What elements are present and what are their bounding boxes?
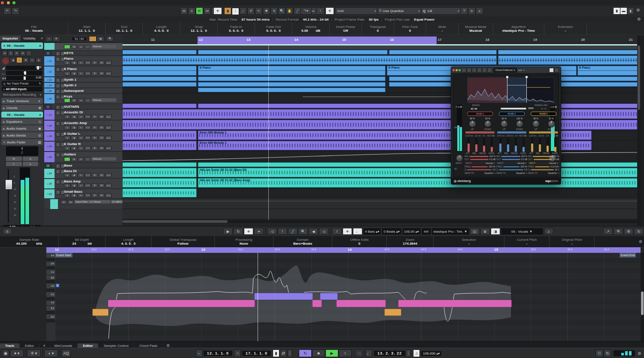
monitor-button[interactable]: ◀: [71, 136, 77, 140]
v-scroll-thumb[interactable]: [638, 46, 640, 110]
audio-event[interactable]: [122, 141, 197, 150]
audio-event[interactable]: [122, 168, 197, 177]
edit-channel-button[interactable]: e: [78, 45, 84, 49]
insert-bypass-button[interactable]: ⊂⊃: [85, 146, 91, 150]
quantize-panel-icon[interactable]: ⊳: [468, 7, 476, 15]
band-slider-drive[interactable]: [515, 137, 517, 152]
mute-tool[interactable]: ✕: [270, 7, 278, 15]
stop-button[interactable]: ■: [312, 349, 325, 357]
monitor-button[interactable]: ◀: [71, 71, 77, 76]
editor-snap-button[interactable]: ⟟: [278, 228, 287, 235]
left-locator-display[interactable]: 12. 1. 1. 0: [203, 350, 233, 356]
info-field[interactable]: Global TransposeFollow: [152, 236, 215, 247]
read-button[interactable]: R: [91, 125, 98, 130]
record-enable-button[interactable]: ●: [64, 183, 70, 188]
write-plugin-icon[interactable]: [477, 68, 482, 73]
volume-slider[interactable]: 0.00: [6, 66, 43, 70]
play-tool[interactable]: ✋: [286, 7, 293, 15]
track-row-e-piano[interactable]: ♪12E Piano●◀e⊂⊃RW▭▭: [44, 67, 122, 77]
write-button[interactable]: W: [98, 146, 105, 150]
row-bar[interactable]: [470, 159, 489, 160]
variaudio-segment[interactable]: [398, 300, 512, 307]
minimize-window-icon[interactable]: [7, 1, 10, 4]
lane-buttons[interactable]: ▭▭: [105, 136, 112, 140]
white-key[interactable]: A3S: [46, 283, 55, 289]
band-slider-att[interactable]: [499, 137, 501, 152]
monitor-button[interactable]: ◀: [71, 125, 77, 130]
read-button[interactable]: R: [91, 193, 98, 197]
read-button[interactable]: R: [91, 173, 98, 177]
record-enable-button[interactable]: ●: [64, 71, 70, 76]
preset-icon[interactable]: [482, 68, 487, 73]
audio-event[interactable]: [198, 82, 386, 87]
editor-audition-loop-button[interactable]: ↻: [234, 228, 243, 235]
info-field[interactable]: Zoom174.3944: [387, 236, 434, 247]
band-slider-drive[interactable]: [547, 137, 549, 152]
write-button[interactable]: W: [71, 98, 77, 103]
inspector-w-button[interactable]: W: [20, 50, 26, 56]
spectrum-display[interactable]: [467, 77, 554, 103]
editor-quantize-note-icon[interactable]: ♩: [353, 228, 362, 235]
write-button[interactable]: W: [67, 200, 74, 204]
freeze-button[interactable]: ○: [85, 98, 91, 103]
audio-quantize-button[interactable]: AQ: [61, 349, 71, 357]
mute-button[interactable]: [56, 95, 60, 99]
erase-tool[interactable]: ✂: [255, 7, 262, 15]
bands-selector[interactable]: ◀ 3 ▶: [471, 107, 477, 110]
mute-button[interactable]: [56, 52, 60, 56]
white-key[interactable]: D4: [46, 261, 55, 267]
fader-e-button[interactable]: e: [23, 162, 39, 166]
track-row-subsequent[interactable]: ♪15Subsequent: [44, 88, 122, 94]
snap-button[interactable]: ⌇: [316, 7, 325, 15]
audio-event[interactable]: HALion Sonic SE 01-02 (Bass Amp): [198, 178, 639, 188]
preset-next-icon[interactable]: ▶: [520, 69, 522, 71]
editor-tempo-stepper[interactable]: 106.00 ▴▾: [402, 228, 421, 235]
fader-M-button[interactable]: M: [6, 157, 22, 161]
track-row-synth-1[interactable]: ♪13Synth 1: [44, 77, 122, 82]
editor-zone-icon-1[interactable]: ▯▯: [470, 228, 480, 235]
black-key[interactable]: [46, 267, 55, 270]
info-field[interactable]: Volume0.00 dB: [292, 23, 330, 35]
variaudio-segment[interactable]: [312, 300, 322, 307]
inspector-r-button[interactable]: R: [14, 50, 20, 56]
editor-playhead[interactable]: [258, 253, 258, 344]
audio-event[interactable]: [122, 76, 197, 81]
freq-bar[interactable]: [499, 169, 523, 170]
white-key[interactable]: D3: [46, 314, 55, 320]
mute-button[interactable]: [56, 105, 60, 109]
audio-event[interactable]: [122, 50, 197, 55]
freq-bar[interactable]: [535, 166, 550, 167]
left-zone-toggle-icon[interactable]: ▮: [613, 7, 620, 15]
track-preset-field[interactable]: ◎No Track Preset↻: [2, 81, 43, 86]
position-options-icon[interactable]: ⋮: [406, 349, 411, 357]
time-format-icon[interactable]: ♩: [365, 349, 372, 357]
audio-event[interactable]: [122, 188, 197, 197]
split-tool[interactable]: ／: [240, 7, 247, 15]
record-mode-dropdown[interactable]: ● ▾: [10, 349, 24, 357]
lane-buttons[interactable]: ▭▭: [105, 61, 112, 65]
plugin-titlebar[interactable]: Chord Fattener 1◀▶▼: [451, 67, 561, 73]
statusline-gear-icon[interactable]: ⚙: [637, 17, 641, 21]
track-row-acoustic-di[interactable]: ≈17Acoustic DI●◀e⊂⊃RW▭▭: [44, 110, 122, 120]
mute-button[interactable]: [56, 132, 60, 137]
info-field[interactable]: Extension-: [544, 23, 587, 35]
info-field[interactable]: Start12. 1. 1. 0: [68, 23, 106, 35]
plugin-window-control-icon[interactable]: [459, 69, 461, 71]
freeze-button[interactable]: ○: [85, 157, 91, 161]
band-header-2[interactable]: BAND 2: [499, 112, 525, 116]
add-track-icon[interactable]: +: [46, 36, 52, 42]
mute-button[interactable]: [56, 153, 60, 157]
editor-zone-icon-2[interactable]: ≣: [480, 228, 490, 235]
audio-event[interactable]: [122, 82, 197, 87]
editor-algorithm-dropdown[interactable]: élastique Pro - Tim. ▼: [432, 228, 469, 235]
info-field[interactable]: Snap12. 1. 1. 0: [180, 23, 218, 35]
vertical-scrollbar[interactable]: [637, 35, 641, 225]
cycle-region[interactable]: [197, 36, 437, 44]
edit-channel-button[interactable]: e: [78, 98, 84, 103]
editor-draw-button[interactable]: ╱: [288, 228, 298, 235]
object-select-tool[interactable]: ▮: [224, 7, 231, 15]
freeze-icon[interactable]: ❆: [23, 57, 29, 63]
audio-event[interactable]: [122, 103, 197, 108]
record-enable-icon[interactable]: [2, 57, 9, 65]
info-field[interactable]: Fade-Out0. 0. 0. 0: [255, 23, 292, 35]
